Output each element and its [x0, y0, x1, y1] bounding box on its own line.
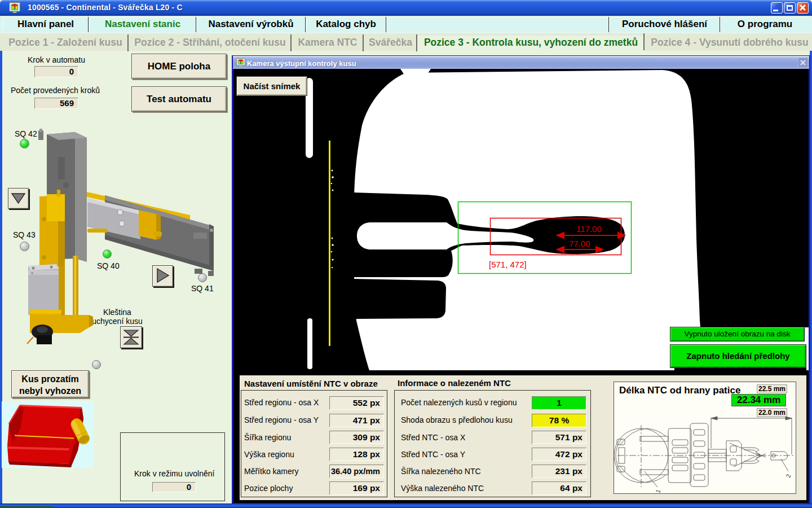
svg-text:77.00: 77.00: [569, 239, 590, 248]
svg-text:1: 1: [654, 488, 661, 494]
svg-text:[571, 472]: [571, 472]: [489, 260, 527, 269]
svg-text:2: 2: [784, 473, 792, 479]
svg-text:117.00: 117.00: [576, 224, 602, 234]
